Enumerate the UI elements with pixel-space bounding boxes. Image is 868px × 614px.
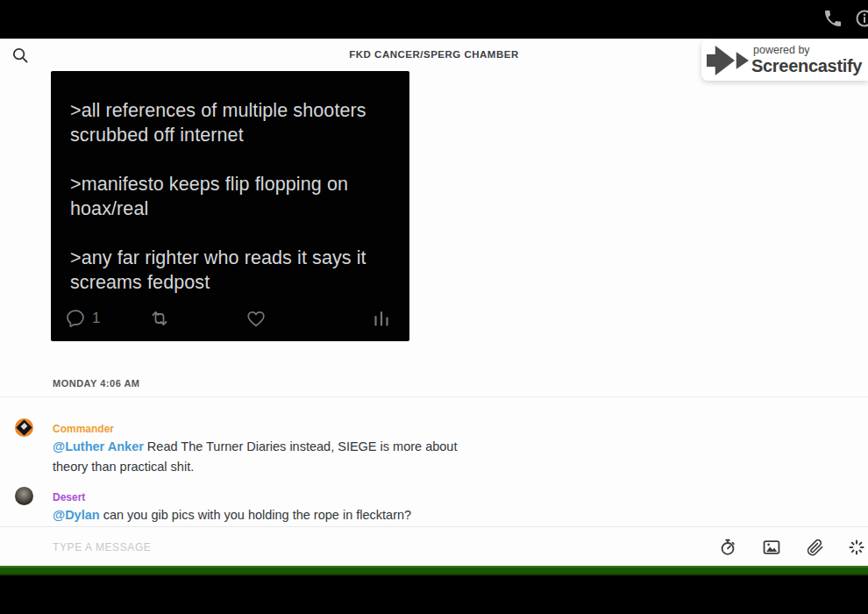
phone-icon[interactable] [822, 8, 843, 29]
screen: FKD CANCER/SPERG CHAMBER >all references… [0, 0, 868, 614]
message-author[interactable]: Desert [53, 491, 85, 503]
reply-icon [65, 308, 86, 329]
retweet-icon [149, 308, 170, 329]
info-icon[interactable] [854, 8, 868, 29]
heart-icon [245, 308, 267, 329]
analytics-icon [371, 308, 392, 329]
message-text: @Dylan can you gib pics with you holding… [53, 505, 486, 525]
avatar[interactable] [15, 418, 33, 437]
tweet-reply-count: 1 [92, 310, 100, 327]
message-body: can you gib pics with you holding the ro… [100, 508, 411, 522]
image-icon[interactable] [762, 538, 781, 557]
mention-link[interactable]: @Luther Anker [53, 439, 144, 453]
mention-link[interactable]: @Dylan [53, 508, 100, 522]
tweet-screenshot-image[interactable]: >all references of multiple shooters scr… [51, 71, 409, 341]
ping-icon[interactable] [847, 538, 866, 557]
message-author[interactable]: Commander [53, 423, 114, 435]
message-composer [0, 526, 868, 567]
recording-progress-bar [0, 566, 868, 575]
message-input[interactable] [53, 527, 684, 567]
paperclip-icon[interactable] [806, 538, 825, 557]
tweet-line: >manifesto keeps flip flopping on hoax/r… [70, 172, 390, 221]
message-text: @Luther Anker Read The Turner Diaries in… [53, 437, 486, 477]
screencastify-watermark-card [701, 39, 868, 81]
tweet-line: >all references of multiple shooters scr… [70, 98, 390, 147]
avatar[interactable] [15, 487, 33, 505]
tweet-action-bar: 1 [65, 308, 398, 334]
divider-line [0, 396, 868, 397]
chat-app-window: FKD CANCER/SPERG CHAMBER >all references… [0, 39, 868, 567]
timer-icon[interactable] [718, 538, 737, 557]
tweet-line: >any far righter who reads it says it sc… [70, 246, 390, 295]
date-divider: MONDAY 4:06 AM [53, 378, 140, 389]
